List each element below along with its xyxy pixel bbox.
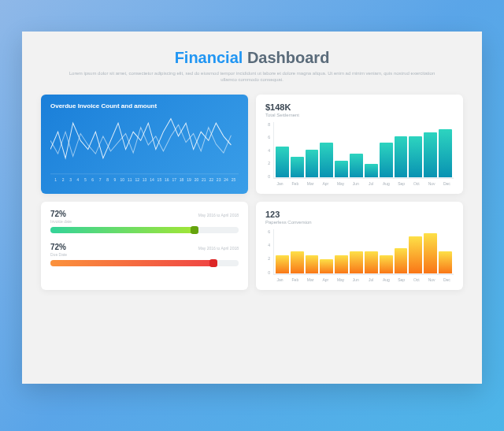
bar <box>335 255 348 274</box>
tick: 25 <box>230 177 237 182</box>
conversion-bar-chart: 6420 <box>265 229 454 275</box>
settlement-bars <box>273 122 454 179</box>
progress-row: 72%Due DateMay 2016 to April 2018 <box>50 243 239 266</box>
bar <box>320 143 333 177</box>
overdue-x-axis: 1234567891011121314151617181920212223242… <box>50 177 239 182</box>
tick: 12 <box>133 177 140 182</box>
progress-label: Invoice date <box>50 219 72 224</box>
tick: 19 <box>185 177 192 182</box>
tick: 2 <box>59 177 66 182</box>
tick: 3 <box>67 177 74 182</box>
page-subtitle: Lorem ipsum dolor sit amet, consectetur … <box>41 70 463 84</box>
tick: 16 <box>163 177 170 182</box>
bar <box>439 129 452 178</box>
progress-range: May 2016 to April 2018 <box>198 246 239 251</box>
overdue-title: Overdue Invoice Count and amount <box>50 102 239 110</box>
bar <box>291 157 304 178</box>
bar <box>380 143 393 177</box>
bar <box>395 136 408 178</box>
overdue-invoice-card: Overdue Invoice Count and amount 1234567… <box>41 95 248 194</box>
bar <box>306 255 319 274</box>
bar <box>409 236 422 274</box>
progress-range: May 2016 to April 2018 <box>198 213 239 217</box>
progress-row: 72%Invoice dateMay 2016 to April 2018 <box>50 210 239 233</box>
progress-bar <box>50 227 239 233</box>
bar <box>306 150 319 178</box>
title-rest: Dashboard <box>243 49 329 66</box>
tick: 15 <box>156 177 163 182</box>
bar <box>335 161 348 178</box>
tick: 13 <box>141 177 148 182</box>
bar <box>276 147 289 178</box>
progress-bar <box>50 260 239 266</box>
progress-pct: 72% <box>50 243 67 251</box>
tick: 4 <box>74 177 81 182</box>
bar <box>365 164 378 178</box>
tick: 10 <box>119 177 126 182</box>
dashboard-grid: Overdue Invoice Count and amount 1234567… <box>41 95 463 290</box>
bar <box>276 255 289 274</box>
tick: 11 <box>126 177 133 182</box>
conversion-label: Paperless Conversion <box>265 220 454 225</box>
bar <box>439 251 452 274</box>
bar <box>395 248 408 274</box>
conversion-x-axis: JanFebMarAprMayJunJulAugSepOctNovDec <box>265 277 454 282</box>
tick: 8 <box>104 177 111 182</box>
tick: 14 <box>148 177 155 182</box>
settlement-label: Total Settlement <box>265 113 454 117</box>
conversion-metric: 123 <box>265 210 454 219</box>
conversion-y-axis: 6420 <box>265 229 273 275</box>
tick: 5 <box>82 177 89 182</box>
tick: 24 <box>222 177 229 182</box>
progress-card: 72%Invoice dateMay 2016 to April 201872%… <box>41 202 248 290</box>
bar <box>350 154 363 178</box>
tick: 20 <box>193 177 200 182</box>
bar <box>365 251 378 274</box>
tick: 7 <box>96 177 103 182</box>
settlement-metric: $148K <box>265 102 454 112</box>
settlement-card: $148K Total Settlement 86420 JanFebMarAp… <box>256 95 463 194</box>
bar <box>424 233 437 274</box>
bar <box>291 251 304 274</box>
tick: 1 <box>52 177 59 182</box>
conversion-card: 123 Paperless Conversion 6420 JanFebMarA… <box>256 202 463 290</box>
settlement-y-axis: 86420 <box>265 122 273 179</box>
bar <box>380 255 393 274</box>
tick: 6 <box>89 177 96 182</box>
settlement-x-axis: JanFebMarAprMayJunJulAugSepOctNovDec <box>265 181 454 186</box>
dashboard-slide: Financial Dashboard Lorem ipsum dolor si… <box>22 32 482 384</box>
settlement-bar-chart: 86420 <box>265 122 454 179</box>
bar <box>320 259 333 274</box>
overdue-line-chart <box>50 114 239 176</box>
title-highlight: Financial <box>175 49 243 66</box>
progress-pct: 72% <box>50 210 72 218</box>
tick: 18 <box>178 177 185 182</box>
bar <box>409 136 422 178</box>
bar <box>350 251 363 274</box>
tick: 17 <box>171 177 178 182</box>
progress-label: Due Date <box>50 252 67 257</box>
tick: 9 <box>111 177 118 182</box>
page-title: Financial Dashboard <box>41 49 463 67</box>
tick: 23 <box>215 177 222 182</box>
conversion-bars <box>273 229 454 275</box>
tick: 21 <box>200 177 207 182</box>
bar <box>424 132 437 178</box>
tick: 22 <box>208 177 215 182</box>
